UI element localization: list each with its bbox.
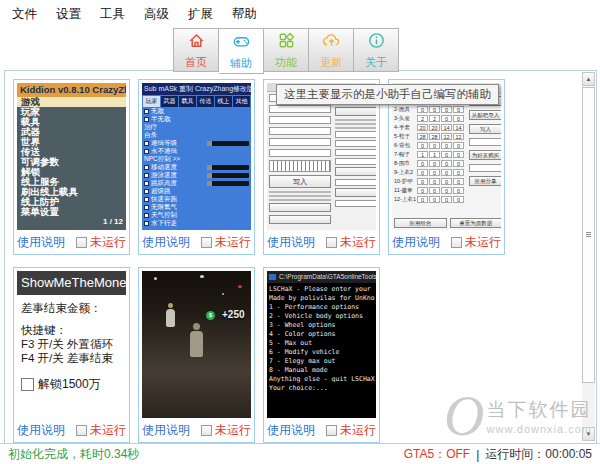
helper-tile-submask: Sub mASk 重制 CrazyZhang修改版 玩家 武器 载具 传送 线上…	[138, 79, 255, 255]
submask-option: 自杀	[142, 131, 251, 139]
console-line: LSCHaX - Please enter your	[269, 285, 376, 294]
tab-about-label: 关于	[365, 55, 387, 70]
digit-strip	[269, 160, 331, 172]
kiddion-menu-item: 解锁	[17, 167, 126, 177]
console-preview[interactable]: C:\ProgramData\GTA5onlineTools LSCHaX - …	[267, 271, 376, 418]
outfit-row: 8-围巾0000	[394, 159, 466, 168]
menu-settings[interactable]: 设置	[56, 6, 81, 23]
scroll-up-arrow-icon[interactable]: ▲	[582, 72, 595, 86]
run-status-checkbox[interactable]: 未运行	[326, 422, 376, 439]
usage-link[interactable]: 使用说明	[267, 234, 315, 251]
kiddion-menu-item: 线上防护	[17, 197, 126, 207]
scroll-down-arrow-icon[interactable]: ▼	[582, 427, 595, 441]
console-line: 7 - Elegy max out	[269, 357, 376, 366]
run-status-checkbox[interactable]: 未运行	[326, 234, 376, 251]
smtm-unlock-row: 解锁1500万	[21, 377, 126, 391]
submask-tab: 武器	[161, 96, 178, 107]
checkbox-icon	[76, 237, 87, 248]
usage-link[interactable]: 使用说明	[142, 422, 190, 439]
run-status-checkbox[interactable]: 未运行	[201, 422, 251, 439]
tab-about[interactable]: 关于	[354, 28, 399, 72]
light-dot	[200, 275, 204, 278]
console-line: 8 - Manual mode	[269, 366, 376, 375]
vertical-scrollbar[interactable]: ▲ ▼	[582, 72, 595, 441]
outfit-preview[interactable]: CrazyZhang(2代) 1-头部0000 2-面具0000 3-头发220…	[392, 83, 501, 230]
outfit-side-buttons: 导出服装 从贴吧导入 写入 为好友购买 应用分享	[469, 96, 501, 190]
smtm-preview[interactable]: ShowMeTheMoney 差事结束金额： 快捷键： F3 开/关 外置循环 …	[17, 271, 126, 418]
console-line: Anything else - quit LSCHaX	[269, 375, 376, 384]
submask-option: 通缉等级	[142, 139, 251, 147]
menu-advanced[interactable]: 高级	[144, 6, 169, 23]
console-line: 3 - Wheel options	[269, 321, 376, 330]
status-bar: 初始化完成，耗时0.34秒 GTA5：OFF | 运行时间：00:00:05	[0, 443, 600, 464]
kiddion-menu-item: 武器	[17, 127, 126, 137]
console-line: Made by polivilas for UnKno	[269, 294, 376, 303]
run-status-checkbox[interactable]: 未运行	[201, 234, 251, 251]
checkbox-icon	[326, 237, 337, 248]
console-line: 4 - Color options	[269, 330, 376, 339]
submask-title: Sub mASk 重制 CrazyZhang修改版	[142, 83, 251, 95]
submask-tab: 线上	[215, 96, 232, 107]
tab-assist[interactable]: 辅助	[219, 28, 264, 74]
tab-update[interactable]: 更新	[309, 28, 354, 72]
outfit-row: 4-手套20201414	[394, 123, 466, 132]
menu-bar: 文件 设置 工具 高级 扩展 帮助	[0, 0, 600, 28]
kiddion-menu-item: 载具	[17, 117, 126, 127]
console-body: LSCHaX - Please enter your Made by poliv…	[267, 283, 376, 393]
kiddion-menu-item: 刷出线上载具	[17, 187, 126, 197]
menu-tools[interactable]: 工具	[100, 6, 125, 23]
scrollbar-thumb[interactable]	[582, 87, 595, 383]
tool-preview[interactable]: 写入	[267, 83, 376, 230]
submask-tabbar: 玩家 武器 载具 传送 线上 其他	[142, 95, 251, 107]
menu-help[interactable]: 帮助	[232, 6, 257, 23]
usage-link[interactable]: 使用说明	[142, 234, 190, 251]
submask-option: 无限氧气	[142, 203, 251, 211]
submask-option: 无敌	[142, 107, 251, 115]
helper-grid-panel: Kiddion v0.8.10 CrazyZhang 游戏 玩家 载具 武器 世…	[4, 70, 597, 444]
submask-option: 半无敌	[142, 115, 251, 123]
outfit-row: 10-护甲0000	[394, 177, 466, 186]
game-screenshot-preview[interactable]: $ +250	[142, 271, 251, 418]
outfit-row: 9-上衣20000	[394, 168, 466, 177]
outfit-row: 6-背包0000	[394, 141, 466, 150]
tab-functions[interactable]: 功能	[264, 28, 309, 72]
gta5-status: GTA5：OFF	[404, 446, 470, 463]
usage-link[interactable]: 使用说明	[267, 422, 315, 439]
menu-extensions[interactable]: 扩展	[188, 6, 213, 23]
slider	[207, 165, 249, 170]
usage-link[interactable]: 使用说明	[17, 234, 65, 251]
outfit-button: 为好友购买	[469, 150, 501, 160]
console-titlebar: C:\ProgramData\GTA5onlineTools	[267, 271, 376, 283]
run-status-checkbox[interactable]: 未运行	[451, 234, 501, 251]
slider	[207, 181, 249, 186]
menu-file[interactable]: 文件	[12, 6, 37, 23]
gamepad-icon	[232, 32, 251, 55]
usage-link[interactable]: 使用说明	[17, 422, 65, 439]
submask-preview[interactable]: Sub mASk 重制 CrazyZhang修改版 玩家 武器 载具 传送 线上…	[142, 83, 251, 230]
console-line: 6 - Modify vehicle	[269, 348, 376, 357]
outfit-row: 5-鞋子28281212	[394, 132, 466, 141]
kiddion-page-indicator: 1 / 12	[17, 217, 126, 227]
submask-option: 跳跃高度	[142, 179, 251, 187]
status-right-group: GTA5：OFF | 运行时间：00:00:05	[404, 446, 592, 463]
kiddion-preview[interactable]: Kiddion v0.8.10 CrazyZhang 游戏 玩家 载具 武器 世…	[17, 83, 126, 230]
run-status-label: 未运行	[340, 422, 376, 439]
outfit-button: 重置为原数据	[450, 218, 502, 228]
tab-home[interactable]: 首页	[173, 28, 219, 72]
usage-link[interactable]: 使用说明	[392, 234, 440, 251]
helper-tile-kiddion: Kiddion v0.8.10 CrazyZhang 游戏 玩家 载具 武器 世…	[13, 79, 130, 255]
figure-silhouette	[166, 303, 175, 327]
kiddion-menu-item: 游戏	[17, 97, 126, 107]
run-status-checkbox[interactable]: 未运行	[76, 422, 126, 439]
kiddion-menu-item: 线上服务	[17, 177, 126, 187]
outfit-bottom-buttons: 应用组合 重置为原数据	[394, 218, 501, 228]
checkbox-icon	[451, 237, 462, 248]
tab-home-label: 首页	[185, 55, 207, 70]
helper-tile-outfit: CrazyZhang(2代) 1-头部0000 2-面具0000 3-头发220…	[388, 79, 505, 255]
smtm-amount-line: 差事结束金额：	[21, 301, 126, 315]
outfit-button: 从贴吧导入	[469, 110, 501, 120]
run-status-checkbox[interactable]: 未运行	[76, 234, 126, 251]
submask-option: 超级跳	[142, 187, 251, 195]
smtm-unlock-label: 解锁1500万	[38, 377, 101, 391]
submask-option: NPC控制 >>	[142, 155, 251, 163]
